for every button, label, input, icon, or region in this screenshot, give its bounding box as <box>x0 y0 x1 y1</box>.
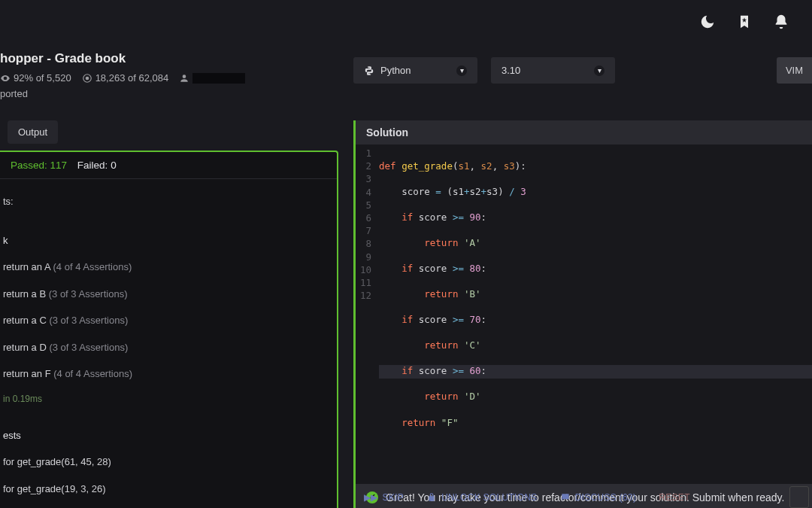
test-suite-label: ts: <box>3 188 334 215</box>
discuss-button[interactable]: DISCUSS (63) <box>553 488 644 507</box>
extra-button[interactable] <box>789 486 809 508</box>
test-group-label: k <box>3 227 334 254</box>
solution-editor[interactable]: 123456789101112 def get_grade(s1, s2, s3… <box>353 144 812 484</box>
results-summary: Passed: 117 Failed: 0 <box>0 152 337 179</box>
random-tests-label: ests <box>3 422 334 449</box>
language-select[interactable]: Python ▾ <box>353 57 477 84</box>
svg-point-2 <box>85 76 89 80</box>
version-select[interactable]: 3.10 ▾ <box>491 57 615 84</box>
satisfaction-stat: 92% of 5,520 <box>0 72 71 84</box>
test-result-item[interactable]: return a D (3 of 3 Assertions) <box>3 334 334 361</box>
unlock-button[interactable]: UNLOCK SOLUTIONS <box>419 488 545 507</box>
author-stat <box>179 73 245 84</box>
test-result-item[interactable]: return a B (3 of 3 Assertions) <box>3 281 334 308</box>
sub-text: ported <box>0 88 245 99</box>
chevron-down-icon: ▾ <box>456 65 467 76</box>
python-icon <box>364 65 374 76</box>
solution-panel-title: Solution <box>353 120 812 144</box>
chevron-down-icon: ▾ <box>594 65 604 76</box>
random-test-item[interactable]: for get_grade(19, 3, 26) <box>3 476 334 503</box>
test-result-item[interactable]: return an F (4 of 4 Assertions) <box>3 360 334 388</box>
dark-mode-icon[interactable] <box>699 14 716 32</box>
completions-stat: 18,263 of 62,084 <box>82 72 169 84</box>
kata-title: hopper - Grade book <box>0 51 245 66</box>
completed-time: in 0.19ms <box>3 388 334 410</box>
results-panel: Passed: 117 Failed: 0 ts: k return an A … <box>0 151 338 508</box>
reset-button[interactable]: RESET <box>651 488 698 507</box>
random-test-item[interactable]: for get_grade(61, 45, 28) <box>3 449 334 476</box>
lock-icon <box>426 492 437 503</box>
output-tab[interactable]: Output <box>8 120 58 144</box>
skip-button[interactable]: ▶▶ SKIP <box>356 488 411 507</box>
chat-icon <box>560 492 571 503</box>
random-test-item[interactable]: for get_grade(56, 92, 54) <box>3 502 334 508</box>
test-result-item[interactable]: return an A (4 of 4 Assertions) <box>3 254 334 281</box>
editor-mode-button[interactable]: VIM <box>777 57 812 84</box>
skip-icon: ▶▶ <box>364 492 378 503</box>
test-result-item[interactable]: return a C (3 of 3 Assertions) <box>3 307 334 334</box>
bell-icon[interactable] <box>773 14 789 32</box>
bookmark-icon[interactable] <box>737 14 752 32</box>
